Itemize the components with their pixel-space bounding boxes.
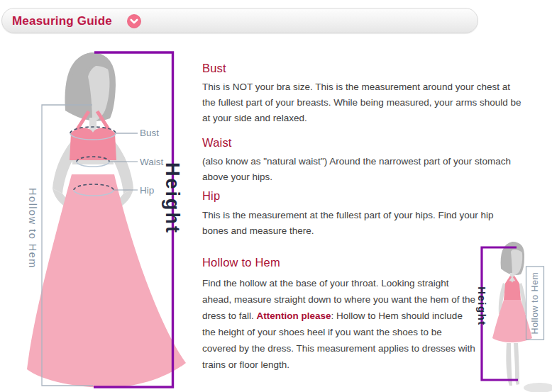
hip-section-heading: Hip [202, 189, 220, 203]
measuring-diagram-large: Bust Waist Hip Hollow to Hem Height [21, 43, 192, 392]
hollow-to-hem-vertical-label: Hollow to Hem [27, 188, 38, 269]
bust-section-body: This is NOT your bra size. This is the m… [202, 79, 521, 126]
measuring-diagram-small: Height Hollow to Hem [468, 237, 552, 392]
waist-label: Waist [140, 157, 163, 167]
page-title: Measuring Guide [12, 14, 112, 28]
hollow-to-hem-section-heading: Hollow to Hem [202, 256, 280, 269]
hip-label: Hip [140, 185, 154, 196]
small-hollow-to-hem-vertical-label: Hollow to Hem [530, 272, 540, 335]
hollow-to-hem-section-body: Find the hollow at the base of your thro… [202, 275, 475, 373]
small-dress-figure-illustration [492, 242, 552, 392]
waist-section-body: (also know as "natural waist") Around th… [202, 154, 521, 185]
measuring-guide-header[interactable]: Measuring Guide [1, 8, 478, 33]
hip-section-body: This is the measurement at the fullest p… [202, 208, 521, 239]
bust-label: Bust [140, 128, 159, 138]
attention-please-label: Attention please [257, 310, 331, 321]
bust-section-heading: Bust [202, 62, 226, 75]
height-vertical-label: Height [162, 162, 183, 235]
chevron-down-icon[interactable] [127, 14, 141, 28]
waist-section-heading: Waist [202, 136, 232, 150]
small-height-vertical-label: Height [476, 286, 488, 326]
